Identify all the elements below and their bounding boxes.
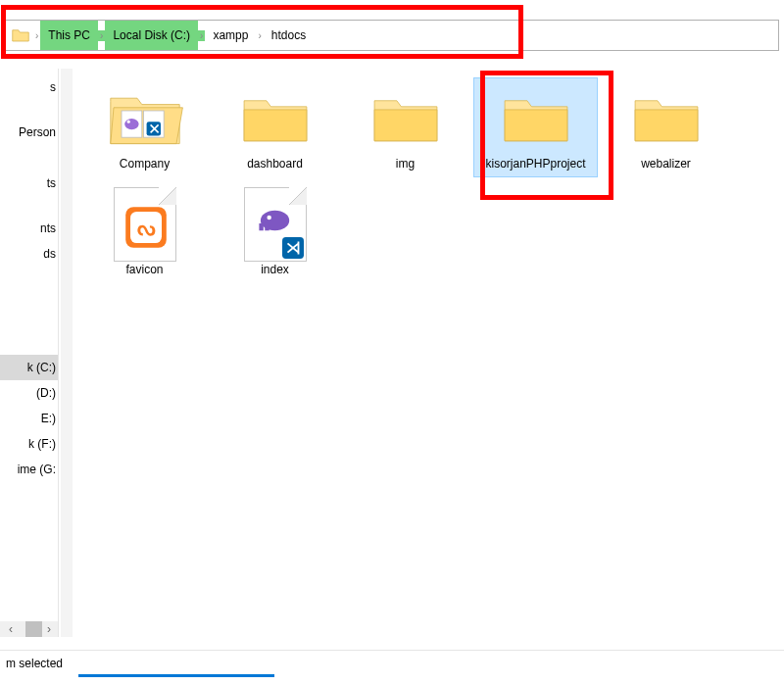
item-label: webalizer — [641, 157, 691, 171]
sidebar-item[interactable]: ds — [0, 241, 58, 267]
item-label: favicon — [125, 263, 163, 276]
sidebar-item[interactable]: s — [0, 74, 58, 100]
folder-item-img[interactable]: img — [344, 78, 466, 176]
sidebar-item[interactable]: (D:) — [0, 380, 58, 406]
folder-icon — [367, 84, 445, 153]
item-label: img — [396, 157, 415, 171]
svg-point-1 — [124, 119, 138, 129]
breadcrumb-bar[interactable]: › This PC › Local Disk (C:) › xampp › ht… — [5, 20, 779, 51]
status-accent-line — [78, 674, 274, 677]
svg-text:ᔓ: ᔓ — [136, 217, 155, 239]
breadcrumb-item[interactable]: Local Disk (C:) — [105, 21, 198, 50]
item-label: index — [261, 263, 289, 276]
item-label: Company — [120, 157, 170, 171]
svg-rect-10 — [259, 223, 263, 230]
folder-item-webalizer[interactable]: webalizer — [605, 78, 727, 176]
navigation-pane[interactable]: s Person ts nts ds k (C:) (D:) E:) k (F:… — [0, 69, 59, 637]
chevron-right-icon[interactable]: › — [33, 30, 40, 41]
sidebar-item[interactable]: Person — [0, 120, 58, 145]
folder-icon — [236, 84, 315, 153]
status-bar: m selected — [0, 650, 784, 675]
chevron-right-icon[interactable]: › — [256, 30, 263, 41]
item-label: kisorjanPHPproject — [485, 157, 585, 171]
breadcrumb-item[interactable]: xampp — [205, 21, 256, 50]
chevron-right-icon[interactable]: › — [98, 30, 105, 41]
items-grid: Company dashboard img — [83, 78, 774, 283]
folder-open-icon — [106, 84, 184, 153]
scroll-left-icon[interactable]: ‹ — [4, 622, 18, 636]
file-php-vscode-icon — [236, 190, 315, 259]
file-item-favicon[interactable]: ᔓ favicon — [83, 184, 206, 282]
folder-item-dashboard[interactable]: dashboard — [214, 78, 336, 176]
folder-icon — [497, 84, 575, 153]
content-scroll-gutter — [61, 69, 73, 637]
folder-item-company[interactable]: Company — [83, 78, 206, 176]
sidebar-item[interactable]: E:) — [0, 406, 58, 431]
svg-point-9 — [267, 216, 270, 220]
svg-point-2 — [126, 121, 129, 123]
svg-point-8 — [260, 211, 288, 231]
scroll-thumb[interactable] — [25, 621, 42, 637]
status-text: m selected — [6, 657, 63, 670]
sidebar-scrollbar[interactable]: ‹ › — [0, 621, 58, 637]
sidebar-item-local-disk-c[interactable]: k (C:) — [0, 355, 58, 380]
breadcrumb-item[interactable]: This PC — [40, 21, 98, 50]
breadcrumb-item[interactable]: htdocs — [264, 21, 314, 50]
file-item-index[interactable]: index — [214, 184, 336, 282]
svg-rect-11 — [265, 223, 269, 230]
sidebar-item[interactable]: ts — [0, 171, 58, 196]
folder-item-kisorjanphpproject[interactable]: kisorjanPHPproject — [474, 78, 597, 176]
folder-icon — [12, 27, 29, 43]
item-label: dashboard — [247, 157, 303, 171]
chevron-right-icon[interactable]: › — [198, 30, 205, 41]
file-xampp-icon: ᔓ — [106, 190, 184, 259]
sidebar-item[interactable]: ime (G: — [0, 457, 58, 482]
scroll-right-icon[interactable]: › — [42, 622, 56, 636]
folder-icon — [627, 84, 706, 153]
content-area[interactable]: Company dashboard img — [74, 69, 784, 641]
sidebar-item[interactable]: k (F:) — [0, 431, 58, 457]
sidebar-item[interactable]: nts — [0, 216, 58, 241]
